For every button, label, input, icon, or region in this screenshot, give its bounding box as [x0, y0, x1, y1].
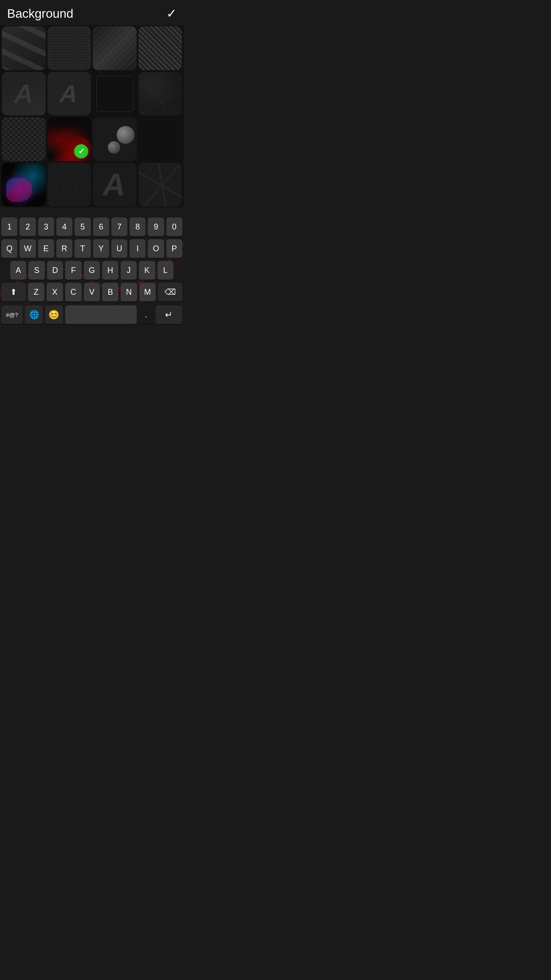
bottom-row: #@? 🌐 😊 . ↵	[0, 305, 184, 327]
selected-indicator	[74, 144, 88, 158]
enter-key[interactable]: ↵	[156, 305, 182, 325]
asdf-row: A S D F G H J K L	[1, 261, 182, 281]
page-title: Background	[7, 7, 73, 21]
key-h[interactable]: H	[102, 261, 118, 281]
key-b[interactable]: B	[102, 283, 118, 302]
key-6[interactable]: 6	[93, 217, 109, 237]
keyboard: 1 2 3 4 5 6 7 8 9 0 Q W E R T Y U I O P …	[0, 215, 184, 327]
space-key[interactable]	[65, 305, 137, 325]
emoji-key[interactable]: 😊	[45, 305, 63, 325]
key-q[interactable]: Q	[1, 239, 17, 259]
bg-cell-3[interactable]	[138, 26, 182, 70]
key-r[interactable]: R	[56, 239, 72, 259]
backspace-key[interactable]: ⌫	[158, 283, 182, 302]
key-e[interactable]: E	[38, 239, 54, 259]
bg-cell-8[interactable]	[2, 117, 46, 161]
bg-cell-1[interactable]	[47, 26, 91, 70]
key-j[interactable]: J	[121, 261, 137, 281]
keyboard-rows: 1 2 3 4 5 6 7 8 9 0 Q W E R T Y U I O P …	[0, 215, 184, 305]
bg-cell-15[interactable]	[138, 163, 182, 207]
key-l[interactable]: L	[157, 261, 173, 281]
bg-cell-7[interactable]	[138, 72, 182, 116]
zxcv-row: ⬆ Z X C V B N M ⌫	[1, 283, 182, 302]
key-w[interactable]: W	[20, 239, 35, 259]
bg-cell-5[interactable]	[47, 72, 91, 116]
key-7[interactable]: 7	[111, 217, 127, 237]
key-z[interactable]: Z	[28, 283, 44, 302]
key-o[interactable]: O	[148, 239, 164, 259]
key-c[interactable]: C	[65, 283, 82, 302]
key-f[interactable]: F	[65, 261, 81, 281]
header: Background ✓	[0, 0, 184, 25]
qwerty-row: Q W E R T Y U I O P	[1, 239, 182, 259]
key-g[interactable]: G	[84, 261, 100, 281]
key-0[interactable]: 0	[166, 217, 182, 237]
bg-cell-11[interactable]	[138, 117, 182, 161]
bg-cell-10[interactable]	[93, 117, 137, 161]
key-2[interactable]: 2	[20, 217, 35, 237]
key-k[interactable]: K	[139, 261, 155, 281]
key-4[interactable]: 4	[56, 217, 72, 237]
key-5[interactable]: 5	[75, 217, 91, 237]
key-3[interactable]: 3	[38, 217, 54, 237]
key-1[interactable]: 1	[1, 217, 17, 237]
bg-cell-13[interactable]	[47, 163, 91, 207]
key-y[interactable]: Y	[93, 239, 109, 259]
key-x[interactable]: X	[47, 283, 63, 302]
bg-cell-0[interactable]	[2, 26, 46, 70]
background-grid	[0, 25, 184, 207]
bg-cell-9[interactable]	[47, 117, 91, 161]
key-d[interactable]: D	[47, 261, 63, 281]
dot-key[interactable]: .	[139, 305, 153, 325]
number-row: 1 2 3 4 5 6 7 8 9 0	[1, 217, 182, 237]
key-a[interactable]: A	[10, 261, 26, 281]
bg-cell-4[interactable]	[2, 72, 46, 116]
bg-cell-2[interactable]	[93, 26, 137, 70]
key-8[interactable]: 8	[130, 217, 146, 237]
key-i[interactable]: I	[130, 239, 146, 259]
key-p[interactable]: P	[166, 239, 182, 259]
key-s[interactable]: S	[28, 261, 44, 281]
bg-cell-6[interactable]	[93, 72, 137, 116]
key-9[interactable]: 9	[148, 217, 164, 237]
shift-key[interactable]: ⬆	[1, 283, 26, 302]
key-m[interactable]: M	[139, 283, 156, 302]
key-v[interactable]: V	[84, 283, 100, 302]
key-t[interactable]: T	[75, 239, 91, 259]
bg-cell-14[interactable]	[93, 163, 137, 207]
globe-key[interactable]: 🌐	[25, 305, 43, 325]
key-n[interactable]: N	[121, 283, 137, 302]
confirm-button[interactable]: ✓	[166, 6, 177, 21]
special-chars-key[interactable]: #@?	[1, 305, 23, 325]
bg-cell-12[interactable]	[2, 163, 46, 207]
key-u[interactable]: U	[111, 239, 127, 259]
